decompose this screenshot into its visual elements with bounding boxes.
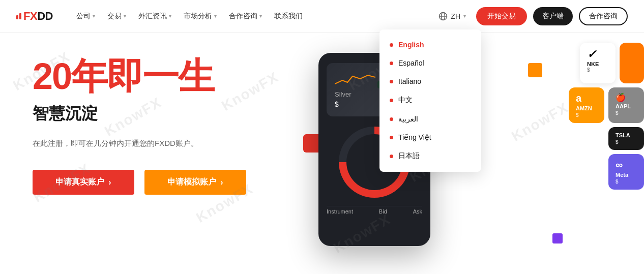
- hero-subtitle: 智慧沉淀: [33, 103, 246, 125]
- hero-buttons: 申请真实账户 › 申请模拟账户 ›: [33, 170, 246, 195]
- apply-demo-account-button[interactable]: 申请模拟账户 ›: [144, 170, 246, 195]
- lang-option-chinese[interactable]: 中文: [379, 90, 481, 110]
- nav-right: ZH ▾ 开始交易 客户端 合作咨询: [434, 7, 628, 25]
- deco-square-purple: [552, 233, 563, 243]
- lang-dot-icon: [390, 99, 393, 102]
- stock-symbol-meta: Meta: [616, 172, 637, 178]
- language-dropdown: English Español Italiano 中文 العربية Tiến…: [379, 29, 481, 172]
- nav-item-trade[interactable]: 交易 ▾: [102, 8, 131, 25]
- trading-table: Instrument Bid Ask: [327, 206, 422, 217]
- nav-items: 公司 ▾ 交易 ▾ 外汇资讯 ▾ 市场分析 ▾ 合作咨询 ▾ 联系我们: [71, 8, 434, 25]
- language-selector[interactable]: ZH ▾: [434, 9, 470, 24]
- hero-title: 20年即一生: [33, 58, 246, 95]
- stock-card-tsla: TSLA $: [608, 127, 644, 150]
- lang-option-italian[interactable]: Italiano: [379, 72, 481, 90]
- globe-icon: [438, 12, 448, 21]
- lang-dot-icon: [390, 62, 393, 65]
- logo[interactable]: FXDD: [16, 10, 53, 23]
- stock-row-1: ✓ NKE $: [569, 43, 644, 83]
- stock-cards: ✓ NKE $ a AMZN $ 🍎 AAPL $: [569, 43, 644, 190]
- deco-orange-block: [620, 43, 644, 83]
- hero-left: 20年即一生 智慧沉淀 在此注册，即可在几分钟内开通您的FXDD账户。 申请真实…: [33, 58, 246, 195]
- nav-item-contact[interactable]: 联系我们: [269, 8, 308, 25]
- stock-price-meta: $: [616, 179, 637, 185]
- lang-option-vietnamese[interactable]: Tiếng Việt: [379, 128, 481, 146]
- stock-symbol-tsla: TSLA: [616, 132, 637, 138]
- lang-option-spanish[interactable]: Español: [379, 54, 481, 72]
- chevron-down-icon: ▾: [93, 13, 95, 19]
- nav-item-partner[interactable]: 合作咨询 ▾: [224, 8, 267, 25]
- hero-description: 在此注册，即可在几分钟内开通您的FXDD账户。: [33, 137, 246, 149]
- chevron-down-icon: ▾: [214, 13, 217, 19]
- consult-button[interactable]: 合作咨询: [579, 7, 628, 25]
- stock-symbol-nke: NKE: [587, 61, 608, 67]
- nav-item-company[interactable]: 公司 ▾: [71, 8, 100, 25]
- navbar: FXDD 公司 ▾ 交易 ▾ 外汇资讯 ▾ 市场分析 ▾ 合作咨询 ▾ 联系我们: [0, 0, 644, 33]
- chevron-down-icon: ▾: [463, 13, 466, 19]
- stock-price-aapl: $: [616, 110, 637, 116]
- stock-card-aapl: 🍎 AAPL $: [608, 87, 644, 123]
- lang-option-japanese[interactable]: 日本語: [379, 146, 481, 166]
- logo-icon: [16, 13, 21, 19]
- stock-symbol-aapl: AAPL: [616, 103, 637, 109]
- stock-card-amzn: a AMZN $: [569, 87, 604, 123]
- meta-icon: ∞: [616, 159, 637, 171]
- nav-item-analysis[interactable]: 市场分析 ▾: [179, 8, 222, 25]
- stock-card-nike: ✓ NKE $: [580, 43, 616, 83]
- nike-swoosh: ✓: [587, 48, 596, 60]
- stock-row-4: ∞ Meta $: [569, 154, 644, 190]
- nav-item-news[interactable]: 外汇资讯 ▾: [133, 8, 177, 25]
- table-header-row: Instrument Bid Ask: [327, 206, 422, 217]
- lang-dot-icon: [390, 43, 393, 47]
- stock-price-nke: $: [587, 67, 608, 73]
- apply-real-account-button[interactable]: 申请真实账户 ›: [33, 170, 134, 195]
- lang-dot-icon: [390, 80, 393, 83]
- stock-price-amzn: $: [576, 112, 597, 118]
- lang-option-english[interactable]: English: [379, 36, 481, 54]
- chevron-down-icon: ▾: [124, 13, 126, 19]
- lang-option-arabic[interactable]: العربية: [379, 110, 481, 128]
- chevron-down-icon: ▾: [169, 13, 171, 19]
- start-trading-button[interactable]: 开始交易: [476, 7, 527, 25]
- lang-dot-icon: [390, 155, 393, 158]
- stock-price-tsla: $: [616, 139, 637, 145]
- apple-icon: 🍎: [616, 93, 637, 102]
- logo-text: FXDD: [23, 10, 53, 23]
- silver-chart: [335, 71, 375, 86]
- stock-row-3: TSLA $: [569, 127, 644, 150]
- client-portal-button[interactable]: 客户端: [533, 7, 573, 25]
- stock-row-2: a AMZN $ 🍎 AAPL $: [569, 87, 644, 123]
- stock-card-meta: ∞ Meta $: [608, 154, 644, 190]
- lang-dot-icon: [390, 136, 393, 139]
- amazon-icon: a: [576, 93, 597, 104]
- hero-section: 20年即一生 智慧沉淀 在此注册，即可在几分钟内开通您的FXDD账户。 申请真实…: [0, 33, 644, 274]
- lang-dot-icon: [390, 117, 393, 121]
- stock-symbol-amzn: AMZN: [576, 105, 597, 111]
- deco-square-orange: [528, 63, 542, 77]
- chevron-down-icon: ▾: [259, 13, 262, 19]
